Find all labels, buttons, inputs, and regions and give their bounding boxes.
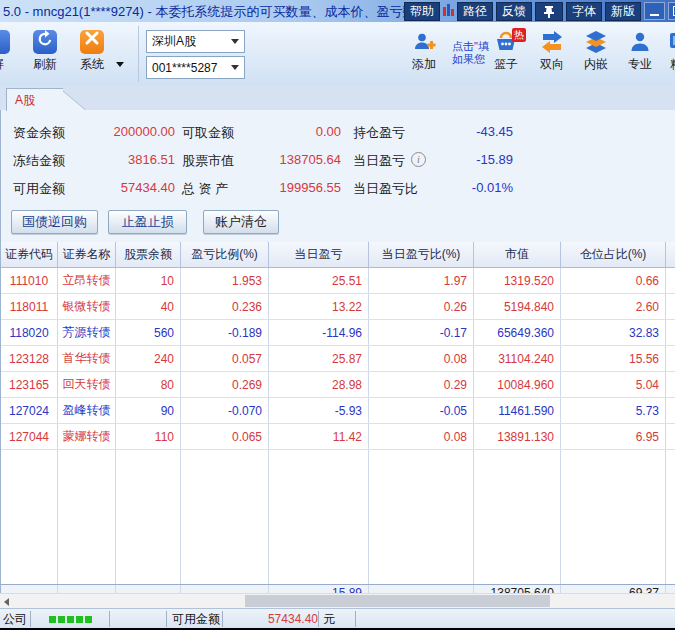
fund-balance-label: 资金余额 bbox=[13, 124, 65, 142]
embed-button[interactable]: 内嵌 bbox=[576, 30, 616, 73]
table-cell bbox=[666, 346, 675, 371]
system-dropdown-caret[interactable] bbox=[116, 62, 124, 67]
table-body: 111010立昂转债101.95325.511.971319.5200.6611… bbox=[1, 268, 675, 450]
system-button[interactable]: 系统 bbox=[80, 30, 104, 73]
table-cell: 111010 bbox=[1, 268, 58, 293]
toolbar: 屏 刷新 系统 深圳A股 001****5287 添加 点击"填 如果您 篮子 bbox=[0, 22, 675, 87]
filler-cell bbox=[666, 450, 675, 584]
table-row[interactable]: 127044蒙娜转债1100.06511.420.0813891.1306.95 bbox=[1, 424, 675, 450]
path-button[interactable]: 路径 bbox=[457, 2, 493, 21]
compact-mode-button[interactable]: 精简 bbox=[662, 30, 675, 73]
filler-cell bbox=[474, 450, 561, 584]
scroll-left-arrow-icon[interactable] bbox=[4, 598, 9, 606]
table-cell: 80 bbox=[116, 372, 181, 397]
table-row[interactable]: 127024盈峰转债90-0.070-5.93-0.0511461.5905.7… bbox=[1, 398, 675, 424]
column-header[interactable]: 仓位占比(%) bbox=[561, 242, 666, 267]
column-header[interactable]: 市值 bbox=[474, 242, 561, 267]
tab-a-share[interactable]: A股 bbox=[6, 88, 63, 111]
table-row[interactable]: 118020芳源转债560-0.189-114.96-0.1765649.360… bbox=[1, 320, 675, 346]
table-cell: 31104.240 bbox=[474, 346, 561, 371]
info-icon[interactable]: i bbox=[411, 152, 426, 167]
status-available-label: 可用金额 bbox=[167, 612, 222, 626]
pin-icon[interactable] bbox=[535, 2, 563, 21]
action-button[interactable]: 账户清仓 bbox=[203, 210, 279, 234]
frozen-value: 3816.51 bbox=[89, 152, 175, 167]
column-header[interactable]: 股票余额 bbox=[116, 242, 181, 267]
maximize-button[interactable] bbox=[668, 2, 675, 20]
filler-cell bbox=[1, 450, 58, 584]
table-cell: 5.04 bbox=[561, 372, 666, 397]
column-header[interactable]: 证券名称 bbox=[58, 242, 116, 267]
table-cell: 127024 bbox=[1, 398, 58, 423]
horizontal-scrollbar[interactable] bbox=[0, 593, 675, 609]
toolbar-separator bbox=[138, 26, 139, 82]
chevron-down-icon bbox=[231, 65, 239, 70]
signal-dots-icon bbox=[49, 616, 92, 623]
refresh-button[interactable]: 刷新 bbox=[33, 30, 57, 73]
scrollbar-thumb[interactable] bbox=[245, 595, 550, 607]
total-assets-label: 总 资 产 bbox=[182, 180, 228, 198]
hot-badge: 热 bbox=[512, 28, 526, 42]
trading-app-window: { "titlebar": { "title": "5.0 - mncg21(1… bbox=[0, 0, 675, 630]
market-value-label: 股票市值 bbox=[182, 152, 234, 170]
table-cell: 13891.130 bbox=[474, 424, 561, 449]
account-select[interactable]: 001****5287 bbox=[146, 56, 245, 79]
table-cell bbox=[666, 294, 675, 319]
status-available-value: 57434.40 bbox=[223, 612, 318, 626]
feedback-button[interactable]: 反馈 bbox=[496, 2, 532, 21]
titlebar-buttons: 帮助 路径 反馈 字体 新版 ✕ bbox=[404, 2, 675, 20]
minimize-button[interactable] bbox=[644, 2, 665, 20]
table-cell: 6.95 bbox=[561, 424, 666, 449]
daily-pl-value: -15.89 bbox=[441, 152, 513, 167]
fullscreen-button[interactable]: 屏 bbox=[0, 30, 10, 73]
action-button[interactable]: 国债逆回购 bbox=[11, 210, 98, 234]
table-cell: 盈峰转债 bbox=[58, 398, 116, 423]
position-pl-value: -43.45 bbox=[441, 124, 513, 139]
action-button[interactable]: 止盈止损 bbox=[108, 210, 187, 234]
table-cell: 0.29 bbox=[369, 372, 474, 397]
table-row[interactable]: 123128首华转债2400.05725.870.0831104.24015.5… bbox=[1, 346, 675, 372]
promo-link[interactable]: 点击"填 如果您 bbox=[452, 40, 489, 66]
table-cell: 5.73 bbox=[561, 398, 666, 423]
available-label: 可用金额 bbox=[13, 180, 65, 198]
table-cell: 40 bbox=[116, 294, 181, 319]
mini-chart-icon[interactable] bbox=[443, 5, 454, 17]
table-cell: 1.953 bbox=[181, 268, 269, 293]
font-button[interactable]: 字体 bbox=[566, 2, 602, 21]
column-header[interactable]: 证券代码 bbox=[1, 242, 58, 267]
column-header[interactable] bbox=[666, 242, 675, 267]
table-cell: 28.98 bbox=[269, 372, 369, 397]
table-cell: 0.26 bbox=[369, 294, 474, 319]
monitor-icon bbox=[669, 30, 675, 54]
table-row[interactable]: 123165回天转债800.26928.980.2910084.9605.04 bbox=[1, 372, 675, 398]
dual-direction-button[interactable]: 双向 bbox=[532, 30, 572, 73]
table-cell: 15.56 bbox=[561, 346, 666, 371]
table-cell: 118020 bbox=[1, 320, 58, 345]
column-header[interactable]: 当日盈亏比(%) bbox=[369, 242, 474, 267]
column-header[interactable]: 当日盈亏 bbox=[269, 242, 369, 267]
help-button[interactable]: 帮助 bbox=[404, 2, 440, 21]
refresh-icon bbox=[33, 30, 57, 54]
market-select[interactable]: 深圳A股 bbox=[146, 30, 245, 53]
pro-mode-button[interactable]: 专业 bbox=[620, 30, 660, 73]
table-cell: 10 bbox=[116, 268, 181, 293]
daily-pl-ratio-value: -0.01% bbox=[441, 180, 513, 195]
fullscreen-icon bbox=[0, 30, 10, 54]
column-header[interactable]: 盈亏比例(%) bbox=[181, 242, 269, 267]
dual-arrows-icon bbox=[540, 30, 564, 54]
table-cell: 90 bbox=[116, 398, 181, 423]
table-row[interactable]: 111010立昂转债101.95325.511.971319.5200.66 bbox=[1, 268, 675, 294]
table-cell: 0.057 bbox=[181, 346, 269, 371]
total-assets-value: 199956.55 bbox=[251, 180, 341, 195]
holdings-table: 炒股 证券代码证券名称股票余额盈亏比例(%)当日盈亏当日盈亏比(%)市值仓位占比… bbox=[1, 242, 675, 602]
table-cell: 240 bbox=[116, 346, 181, 371]
titlebar: 5.0 - mncg21(1****9274) - 本委托系统提示的可买数量、成… bbox=[0, 0, 675, 22]
add-button[interactable]: 添加 bbox=[402, 30, 446, 73]
table-row[interactable]: 118011银微转债400.23613.220.265194.8402.60 bbox=[1, 294, 675, 320]
market-value-value: 138705.64 bbox=[251, 152, 341, 167]
table-cell: -0.070 bbox=[181, 398, 269, 423]
summary-row: 冻结金额 3816.51 股票市值 138705.64 当日盈亏 i -15.8… bbox=[1, 146, 675, 174]
new-version-button[interactable]: 新版 bbox=[605, 2, 641, 21]
table-cell: 1319.520 bbox=[474, 268, 561, 293]
table-cell: 1.97 bbox=[369, 268, 474, 293]
